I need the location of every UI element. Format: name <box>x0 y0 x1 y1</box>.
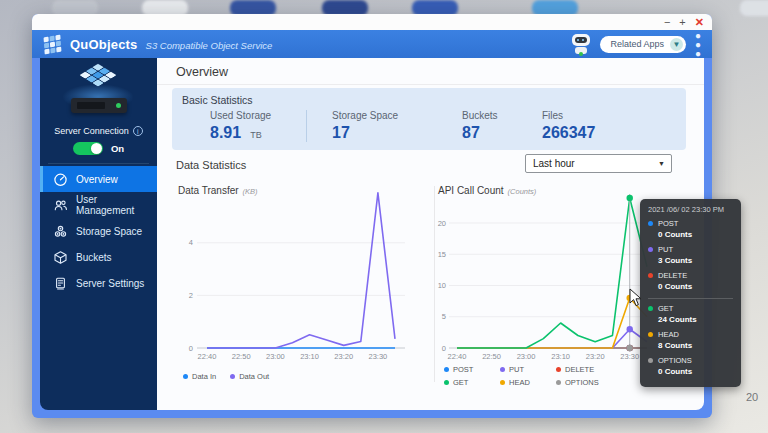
sidebar-item-buckets[interactable]: Buckets <box>40 244 157 270</box>
server-connection-label: Server Connection <box>54 126 129 136</box>
svg-text:23:20: 23:20 <box>586 352 605 361</box>
legend-dot-icon <box>500 367 505 372</box>
chart-hover-tooltip: 2021 /06/ 02 23:30 PM POST 0 Counts PUT … <box>640 199 741 387</box>
more-options-menu-icon[interactable]: ●●● <box>694 31 702 58</box>
svg-text:23:20: 23:20 <box>334 352 353 361</box>
server-illustration <box>40 58 157 120</box>
svg-text:22:40: 22:40 <box>448 352 467 361</box>
stat-storage-space: Storage Space 17 <box>332 110 398 142</box>
svg-text:5: 5 <box>442 312 446 321</box>
quobjects-logo-icon <box>44 34 62 54</box>
chevron-down-icon: ▼ <box>670 38 683 51</box>
svg-text:23:30: 23:30 <box>620 352 639 361</box>
tooltip-divider <box>648 298 733 299</box>
desktop-corner-text: 20 <box>746 391 758 403</box>
time-range-select[interactable]: Last hour ▼ <box>525 154 672 173</box>
assistant-robot-icon[interactable] <box>570 32 592 56</box>
stat-divider <box>306 110 307 142</box>
get-dot-icon <box>648 306 653 311</box>
basic-statistics-card: Basic Statistics Used Storage 8.91TB Sto… <box>172 88 686 150</box>
data-statistics-title: Data Statistics <box>176 159 246 171</box>
legend-item: Data Out <box>230 370 269 383</box>
legend-dot-icon <box>183 374 188 379</box>
desktop-app-icon <box>740 0 768 16</box>
cube-icon <box>53 250 68 265</box>
legend-item: OPTIONS <box>556 376 612 389</box>
head-dot-icon <box>648 332 653 337</box>
minimize-button[interactable]: − <box>664 17 670 28</box>
select-arrow-icon: ▼ <box>658 160 665 167</box>
sidebar-item-overview[interactable]: Overview <box>40 166 157 192</box>
quobjects-window: − + ✕ QuObjects S3 Compatible Object Ser… <box>32 14 712 418</box>
legend-dot-icon <box>444 380 449 385</box>
related-apps-button[interactable]: Related Apps ▼ <box>600 36 686 53</box>
nas-device-icon <box>71 98 127 113</box>
users-icon <box>53 198 68 213</box>
svg-text:22:50: 22:50 <box>232 352 251 361</box>
svg-text:23:00: 23:00 <box>266 352 285 361</box>
legend-item: DELETE <box>556 363 612 376</box>
sidebar-item-storage-space[interactable]: Storage Space <box>40 218 157 244</box>
app-title: QuObjects <box>70 37 138 52</box>
time-range-value: Last hour <box>533 158 575 169</box>
svg-text:2: 2 <box>189 291 193 300</box>
stat-files: Files 266347 <box>542 110 595 142</box>
app-header: QuObjects S3 Compatible Object Service R… <box>32 30 712 58</box>
gauge-icon <box>53 172 68 187</box>
stat-unit: TB <box>250 130 262 140</box>
svg-text:23:30: 23:30 <box>369 352 388 361</box>
server-rack-icon <box>53 276 68 291</box>
svg-text:0: 0 <box>442 344 446 353</box>
data-transfer-legend: Data InData Out <box>183 370 269 383</box>
sidebar-item-server-settings[interactable]: Server Settings <box>40 270 157 296</box>
data-transfer-chart: 02422:4022:5023:0023:1023:2023:30 <box>177 188 409 364</box>
delete-dot-icon <box>648 273 653 278</box>
put-dot-icon <box>648 247 653 252</box>
legend-dot-icon <box>444 367 449 372</box>
legend-dot-icon <box>230 374 235 379</box>
post-dot-icon <box>648 221 653 226</box>
svg-text:15: 15 <box>438 250 446 259</box>
legend-item: PUT <box>500 363 556 376</box>
charts-divider <box>434 186 435 382</box>
svg-text:4: 4 <box>189 238 193 247</box>
legend-item: POST <box>444 363 500 376</box>
maximize-button[interactable]: + <box>679 17 685 28</box>
stat-used-storage: Used Storage 8.91TB <box>210 110 271 142</box>
svg-text:23:10: 23:10 <box>551 352 570 361</box>
legend-item: HEAD <box>500 376 556 389</box>
main-content: Overview Basic Statistics Used Storage 8… <box>157 58 704 410</box>
svg-text:22:40: 22:40 <box>198 352 217 361</box>
svg-text:0: 0 <box>189 344 193 353</box>
title-divider <box>157 84 704 85</box>
toggle-state-label: On <box>111 143 124 154</box>
legend-dot-icon <box>556 380 561 385</box>
info-icon[interactable]: i <box>133 126 143 136</box>
legend-item: GET <box>444 376 500 389</box>
basic-statistics-title: Basic Statistics <box>182 94 253 106</box>
page-title: Overview <box>176 65 228 79</box>
window-titlebar: − + ✕ <box>32 14 712 30</box>
stat-buckets: Buckets 87 <box>462 110 498 142</box>
tooltip-timestamp: 2021 /06/ 02 23:30 PM <box>648 205 733 214</box>
legend-item: Data In <box>183 370 216 383</box>
sidebar-menu: Overview User Management Storage Space <box>40 166 157 296</box>
close-button[interactable]: ✕ <box>695 17 704 28</box>
sidebar-item-user-management[interactable]: User Management <box>40 192 157 218</box>
svg-text:20: 20 <box>438 219 446 228</box>
svg-text:10: 10 <box>438 281 446 290</box>
app-subtitle: S3 Compatible Object Service <box>146 40 273 51</box>
svg-text:23:00: 23:00 <box>517 352 536 361</box>
legend-dot-icon <box>556 367 561 372</box>
related-apps-label: Related Apps <box>610 39 664 49</box>
svg-text:23:10: 23:10 <box>300 352 319 361</box>
disk-group-icon <box>53 224 68 239</box>
options-dot-icon <box>648 358 653 363</box>
legend-dot-icon <box>500 380 505 385</box>
mouse-cursor <box>629 288 643 307</box>
sidebar: Server Connection i On Overview <box>40 58 157 410</box>
api-call-count-legend: POSTPUTDELETEGETHEADOPTIONS <box>444 363 624 389</box>
svg-text:22:50: 22:50 <box>482 352 501 361</box>
server-connection-toggle[interactable] <box>73 142 103 155</box>
api-call-count-chart: 0510152022:4022:5023:0023:1023:2023:30 <box>439 188 667 364</box>
